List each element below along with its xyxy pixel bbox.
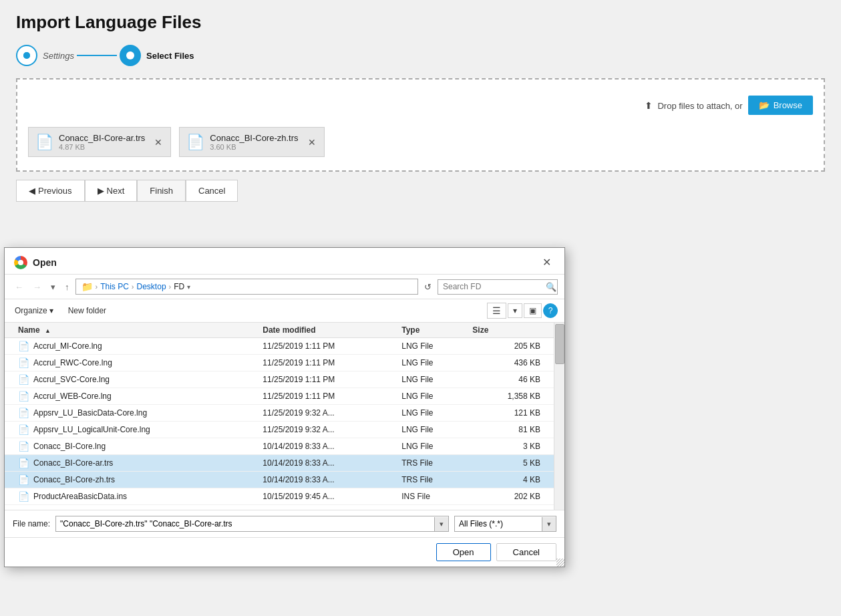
refresh-button[interactable]: ↺ [421, 280, 435, 294]
file-date: 10/14/2019 8:33 A... [257, 455, 396, 472]
table-row[interactable]: 📄 Conacc_BI-Core.lng 10/14/2019 8:33 A..… [5, 438, 554, 455]
dialog-actions: Open Cancel [5, 537, 564, 567]
file-icon: 📄 [18, 374, 29, 385]
sort-icon: ▲ [45, 327, 51, 334]
back-button[interactable]: ← [11, 280, 27, 294]
file-chip-icon-1: 📄 [186, 134, 204, 151]
filetype-input[interactable] [455, 516, 542, 531]
col-type[interactable]: Type [396, 323, 467, 338]
file-type: LNG File [396, 422, 467, 438]
dropdown-button[interactable]: ▾ [47, 280, 59, 294]
filename-input[interactable] [56, 516, 434, 531]
filelist-table: Name ▲ Date modified Type Size 📄 Accrul_… [5, 323, 554, 510]
organize-button[interactable]: Organize ▾ [11, 304, 57, 317]
table-row[interactable]: 📄 Accrul_MI-Core.lng 11/25/2019 1:11 PM … [5, 338, 554, 355]
table-row[interactable]: 📄 Appsrv_LU_BasicData-Core.lng 11/25/201… [5, 405, 554, 422]
drop-zone-header: ⬆ Drop files to attach, or 📂 Browse [28, 96, 813, 115]
file-date: 10/14/2019 8:33 A... [257, 438, 396, 455]
table-row[interactable]: 📄 Appsrv_LU_LogicalUnit-Core.lng 11/25/2… [5, 422, 554, 438]
new-folder-button[interactable]: New folder [65, 304, 110, 317]
file-size: 5 KB [467, 455, 554, 472]
filename-label: File name: [13, 519, 50, 528]
cancel-button[interactable]: Cancel [186, 180, 238, 202]
dialog-open-button[interactable]: Open [436, 543, 491, 561]
file-icon: 📄 [18, 408, 29, 418]
file-chip-close-0[interactable]: ✕ [153, 137, 164, 148]
file-type: LNG File [396, 438, 467, 455]
file-icon: 📄 [18, 424, 29, 435]
browse-button[interactable]: 📂 Browse [748, 96, 813, 115]
forward-button[interactable]: → [29, 280, 45, 294]
file-chip-name-0: Conacc_BI-Core-ar.trs [59, 133, 145, 143]
file-name: Conacc_BI-Core.lng [33, 442, 106, 451]
breadcrumb-fd: FD [174, 282, 184, 291]
next-button[interactable]: ▶ Next [85, 180, 138, 202]
file-size: 4 KB [467, 472, 554, 488]
file-date: 10/14/2019 8:33 A... [257, 472, 396, 488]
file-type: LNG File [396, 371, 467, 388]
file-name: Conacc_BI-Core-zh.trs [33, 475, 115, 484]
file-chips: 📄 Conacc_BI-Core-ar.trs 4.87 KB ✕ 📄 Cona… [28, 127, 813, 157]
file-name: Accrul_MI-Core.lng [33, 341, 102, 351]
resize-handle[interactable] [556, 559, 564, 567]
file-date: 11/25/2019 1:11 PM [257, 388, 396, 405]
file-date: 11/25/2019 1:11 PM [257, 338, 396, 355]
step-label-settings: Settings [43, 51, 74, 61]
file-name: Appsrv_LU_LogicalUnit-Core.lng [33, 425, 150, 434]
up-button[interactable]: ↑ [61, 280, 73, 294]
filename-dropdown-btn[interactable]: ▾ [434, 517, 448, 531]
dialog-cancel-button[interactable]: Cancel [496, 543, 556, 561]
page-container: Import Language Files Settings Select Fi… [0, 0, 841, 616]
table-row[interactable]: 📄 Accrul_SVC-Core.lng 11/25/2019 1:11 PM… [5, 371, 554, 388]
wizard-step-selectfiles: Select Files [120, 45, 194, 66]
table-row[interactable]: 📄 Conacc_BI-Core-ar.trs 10/14/2019 8:33 … [5, 455, 554, 472]
dialog-title-left: Open [14, 256, 57, 269]
dialog-toolbar: Organize ▾ New folder ☰ ▾ ▣ ? [5, 299, 564, 323]
file-date: 10/15/2019 9:45 A... [257, 488, 396, 505]
file-chip-1: 📄 Conacc_BI-Core-zh.trs 3.60 KB ✕ [179, 127, 324, 157]
help-button[interactable]: ? [543, 303, 558, 318]
file-size: 81 KB [467, 422, 554, 438]
breadcrumb-dropdown-btn[interactable]: ▾ [186, 283, 192, 291]
file-chip-size-0: 4.87 KB [59, 143, 145, 151]
file-chip-size-1: 3.60 KB [210, 143, 298, 151]
table-row[interactable]: 📄 Accrul_WEB-Core.lng 11/25/2019 1:11 PM… [5, 388, 554, 405]
file-name: Accrul_SVC-Core.lng [33, 375, 110, 384]
file-chip-close-1[interactable]: ✕ [307, 137, 317, 148]
organize-chevron-icon: ▾ [49, 306, 53, 315]
col-name[interactable]: Name ▲ [5, 323, 257, 338]
file-icon: 📄 [18, 357, 29, 368]
table-row[interactable]: 📄 Accrul_RWC-Core.lng 11/25/2019 1:11 PM… [5, 355, 554, 371]
breadcrumb-this-pc[interactable]: This PC [100, 282, 129, 291]
view-pane-button[interactable]: ▣ [524, 303, 542, 318]
col-date[interactable]: Date modified [257, 323, 396, 338]
wizard-nav: ◀ Previous ▶ Next Finish Cancel [16, 180, 825, 202]
step-circle-settings [16, 45, 37, 66]
view-dropdown-button[interactable]: ▾ [508, 303, 522, 318]
view-details-button[interactable]: ☰ [487, 303, 506, 319]
search-input[interactable] [443, 282, 543, 291]
chrome-icon [14, 256, 27, 269]
wizard-step-settings: Settings [16, 45, 74, 66]
filetype-dropdown-btn[interactable]: ▾ [542, 517, 556, 531]
dialog-close-button[interactable]: ✕ [538, 255, 555, 270]
dialog-filename-bar: File name: ▾ ▾ [5, 510, 564, 537]
file-date: 11/25/2019 9:32 A... [257, 422, 396, 438]
file-chip-name-1: Conacc_BI-Core-zh.trs [210, 133, 298, 143]
finish-button[interactable]: Finish [137, 180, 186, 202]
file-icon: 📄 [18, 491, 29, 502]
search-icon: 🔍 [546, 282, 556, 292]
file-size: 46 KB [467, 371, 554, 388]
file-date: 11/25/2019 9:32 A... [257, 405, 396, 422]
scrollbar-thumb[interactable] [555, 324, 564, 364]
table-row[interactable]: 📄 Conacc_BI-Core-zh.trs 10/14/2019 8:33 … [5, 472, 554, 488]
previous-button[interactable]: ◀ Previous [16, 180, 85, 202]
table-row[interactable]: 📄 ProductAreaBasicData.ins 10/15/2019 9:… [5, 488, 554, 505]
step-line [77, 55, 117, 56]
file-name: Accrul_RWC-Core.lng [33, 358, 112, 367]
col-size[interactable]: Size [467, 323, 554, 338]
breadcrumb-desktop[interactable]: Desktop [137, 282, 166, 291]
scrollbar-track[interactable] [554, 323, 564, 510]
drop-label: ⬆ Drop files to attach, or [645, 100, 743, 111]
file-icon: 📄 [18, 458, 29, 468]
